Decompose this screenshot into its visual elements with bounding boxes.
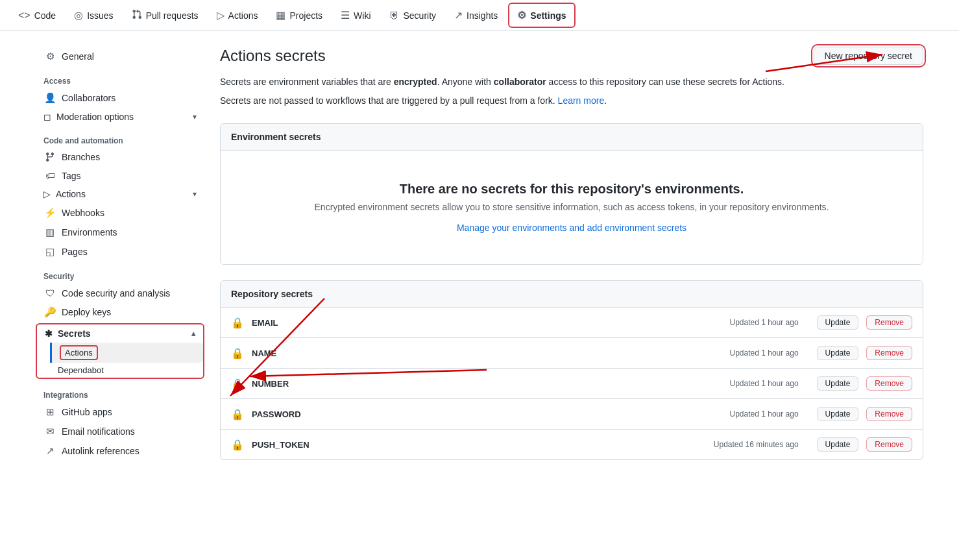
chevron-down-icon: ▾: [193, 112, 197, 121]
settings-icon: ⚙: [517, 9, 526, 21]
actions-secrets-box: Actions: [60, 345, 98, 360]
code-automation-section-label: Code and automation: [36, 126, 204, 148]
table-row: 🔒 EMAIL Updated 1 hour ago Update Remove: [221, 308, 923, 338]
secret-updated: Updated 1 hour ago: [730, 348, 799, 358]
nav-issues[interactable]: ◎ Issues: [66, 4, 121, 27]
sidebar-item-github-apps[interactable]: ⊞ GitHub apps: [36, 402, 204, 422]
tag-icon: 🏷: [43, 170, 56, 181]
wiki-icon: ☰: [341, 9, 350, 21]
page-title: Actions secrets: [220, 47, 326, 65]
nav-insights[interactable]: ↗ Insights: [446, 4, 505, 27]
code-icon: <>: [18, 10, 30, 21]
remove-button[interactable]: Remove: [866, 437, 912, 452]
remove-button[interactable]: Remove: [866, 346, 912, 360]
nav-pull-requests[interactable]: Pull requests: [124, 4, 206, 27]
apps-icon: ⊞: [43, 406, 56, 418]
update-button[interactable]: Update: [817, 315, 859, 330]
sidebar-item-actions-secrets[interactable]: Actions: [50, 343, 203, 363]
learn-more-link[interactable]: Learn more: [558, 95, 605, 106]
security-nav-icon: ⛨: [389, 10, 400, 21]
nav-settings[interactable]: ⚙ Settings: [508, 3, 575, 28]
sidebar-item-collaborators[interactable]: 👤 Collaborators: [36, 88, 204, 108]
gear-icon: ⚙: [43, 51, 56, 62]
secrets-header[interactable]: ✱ Secrets ▴: [37, 324, 203, 343]
shield-icon: 🛡: [43, 287, 56, 298]
insights-icon: ↗: [454, 9, 463, 21]
sidebar-item-moderation[interactable]: ◻ Moderation options ▾: [36, 108, 204, 126]
env-secrets-header: Environment secrets: [221, 124, 923, 151]
sidebar-item-branches[interactable]: Branches: [36, 148, 204, 166]
update-button[interactable]: Update: [817, 346, 859, 360]
env-secrets-section: Environment secrets There are no secrets…: [220, 123, 923, 265]
page-layout: ⚙ General Access 👤 Collaborators ◻ Moder…: [25, 31, 934, 491]
encrypted-bold: encrypted: [394, 77, 437, 87]
manage-environments-link[interactable]: Manage your environments and add environ…: [457, 223, 686, 233]
integrations-section-label: Integrations: [36, 380, 204, 402]
nav-security[interactable]: ⛨ Security: [382, 5, 444, 27]
secret-name: NAME: [252, 348, 722, 358]
sidebar-item-actions[interactable]: ▷ Actions ▾: [36, 185, 204, 203]
main-content: Actions secrets New repository secret Se…: [220, 47, 923, 476]
sidebar-item-environments[interactable]: ▥ Environments: [36, 223, 204, 242]
repo-secrets-header: Repository secrets: [221, 281, 923, 308]
table-row: 🔒 NAME Updated 1 hour ago Update Remove: [221, 338, 923, 369]
environments-icon: ▥: [43, 226, 56, 238]
sidebar-item-email-notifications[interactable]: ✉ Email notifications: [36, 422, 204, 441]
nav-projects[interactable]: ▦ Projects: [268, 4, 330, 27]
actions-nav-icon: ▷: [217, 9, 225, 21]
webhook-icon: ⚡: [43, 207, 56, 219]
issues-icon: ◎: [74, 9, 83, 21]
secrets-list: 🔒 EMAIL Updated 1 hour ago Update Remove…: [221, 308, 923, 459]
secret-name: NUMBER: [252, 379, 722, 389]
sidebar-item-dependabot[interactable]: Dependabot: [50, 363, 203, 378]
lock-icon: 🔒: [231, 317, 244, 329]
env-empty-desc: Encrypted environment secrets allow you …: [236, 202, 907, 212]
update-button[interactable]: Update: [817, 407, 859, 421]
lock-icon: 🔒: [231, 378, 244, 390]
nav-code[interactable]: <> Code: [10, 5, 64, 27]
sidebar-item-pages[interactable]: ◱ Pages: [36, 242, 204, 262]
pr-icon: [132, 9, 142, 22]
actions-chevron-icon: ▾: [193, 189, 197, 199]
person-icon: 👤: [43, 92, 56, 104]
sidebar-item-code-security[interactable]: 🛡 Code security and analysis: [36, 284, 204, 302]
top-nav: <> Code ◎ Issues Pull requests ▷ Actions…: [0, 0, 959, 31]
link-icon: ↗: [43, 445, 56, 457]
env-secrets-empty-state: There are no secrets for this repository…: [221, 151, 923, 264]
secrets-submenu: Actions Dependabot: [37, 343, 203, 378]
asterisk-icon: ✱: [45, 328, 53, 339]
security-section-label: Security: [36, 262, 204, 284]
lock-icon: 🔒: [231, 347, 244, 359]
nav-wiki[interactable]: ☰ Wiki: [333, 4, 378, 27]
secrets-chevron-icon: ▴: [191, 329, 195, 338]
sidebar-item-autolink[interactable]: ↗ Autolink references: [36, 441, 204, 461]
moderation-icon: ◻: [43, 112, 51, 122]
update-button[interactable]: Update: [817, 376, 859, 391]
new-repository-secret-button[interactable]: New repository secret: [814, 47, 923, 65]
page-header: Actions secrets New repository secret: [220, 47, 923, 65]
secret-updated: Updated 16 minutes ago: [714, 440, 799, 449]
secret-name: EMAIL: [252, 318, 722, 328]
lock-icon: 🔒: [231, 408, 244, 420]
nav-actions[interactable]: ▷ Actions: [209, 4, 266, 27]
sidebar-item-general[interactable]: ⚙ General: [36, 47, 204, 66]
table-row: 🔒 PUSH_TOKEN Updated 16 minutes ago Upda…: [221, 430, 923, 459]
sidebar-item-tags[interactable]: 🏷 Tags: [36, 166, 204, 185]
secrets-menu: ✱ Secrets ▴ Actions Dependabot: [36, 323, 204, 379]
collaborator-bold: collaborator: [494, 77, 546, 87]
access-section-label: Access: [36, 66, 204, 88]
description-line2: Secrets are not passed to workflows that…: [220, 94, 923, 108]
sidebar-item-webhooks[interactable]: ⚡ Webhooks: [36, 203, 204, 223]
remove-button[interactable]: Remove: [866, 315, 912, 330]
secret-name: PASSWORD: [252, 409, 722, 419]
update-button[interactable]: Update: [817, 437, 859, 452]
projects-icon: ▦: [276, 9, 285, 21]
description-line1: Secrets are environment variables that a…: [220, 75, 923, 89]
secret-updated: Updated 1 hour ago: [730, 318, 799, 327]
actions-sidebar-icon: ▷: [43, 189, 51, 199]
remove-button[interactable]: Remove: [866, 376, 912, 391]
remove-button[interactable]: Remove: [866, 407, 912, 421]
sidebar-item-deploy-keys[interactable]: 🔑 Deploy keys: [36, 302, 204, 322]
branch-icon: [43, 152, 56, 162]
mail-icon: ✉: [43, 426, 56, 437]
